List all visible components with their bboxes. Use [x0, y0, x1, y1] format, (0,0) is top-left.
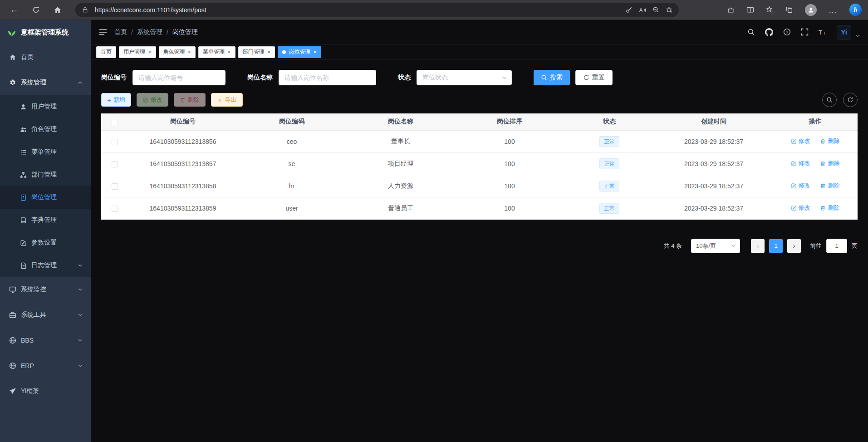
- extensions-puzzle-icon[interactable]: [727, 6, 735, 14]
- post-name-input[interactable]: [279, 70, 376, 85]
- col-post-name: 岗位名称: [346, 113, 455, 130]
- row-edit-link[interactable]: 修改: [791, 159, 810, 167]
- gear-icon: [9, 79, 16, 86]
- zoom-out-icon[interactable]: [652, 6, 659, 13]
- tag-dept-mgmt[interactable]: 部门管理 ×: [238, 46, 275, 58]
- row-delete-link[interactable]: 删除: [820, 137, 839, 145]
- row-edit-link[interactable]: 修改: [791, 137, 810, 145]
- export-button[interactable]: 导出: [211, 93, 243, 107]
- user-avatar-logo[interactable]: Yi: [837, 25, 851, 39]
- breadcrumb-system-mgmt[interactable]: 系统管理: [137, 28, 162, 36]
- tag-user-mgmt[interactable]: 用户管理 ×: [119, 46, 156, 58]
- sidebar-item-log-mgmt[interactable]: 日志管理: [0, 254, 91, 277]
- col-created: 创建时间: [655, 113, 773, 130]
- system-mgmt-submenu: 用户管理 角色管理 菜单管理: [0, 95, 91, 277]
- read-aloud-icon[interactable]: A: [639, 6, 646, 14]
- bing-copilot-icon[interactable]: b: [849, 4, 862, 16]
- page-size-select[interactable]: 10条/页: [691, 239, 740, 253]
- close-icon[interactable]: ×: [188, 49, 191, 55]
- select-all-checkbox[interactable]: [112, 119, 118, 125]
- user-icon: [20, 103, 27, 110]
- chevron-down-icon: [78, 314, 83, 316]
- search-button[interactable]: 搜索: [534, 70, 570, 85]
- tag-role-mgmt[interactable]: 角色管理 ×: [159, 46, 196, 58]
- close-icon[interactable]: ×: [313, 49, 317, 55]
- tag-post-mgmt[interactable]: 岗位管理 ×: [278, 46, 321, 58]
- post-code-input[interactable]: [132, 70, 226, 85]
- row-checkbox[interactable]: [112, 206, 118, 212]
- browser-address-bar[interactable]: https://ccnetcore.com:1101/system/post A: [75, 3, 679, 17]
- sidebar-item-erp[interactable]: ERP: [0, 353, 91, 378]
- toggle-search-button[interactable]: [822, 93, 837, 107]
- browser-profile-avatar[interactable]: [805, 4, 817, 16]
- post-table: 岗位编号 岗位编码 岗位名称 岗位排序 状态 创建时间 操作 164103059…: [101, 113, 858, 220]
- chevron-down-icon: [731, 244, 736, 247]
- app-logo: 意框架管理系统: [0, 20, 91, 44]
- col-post-code: 岗位编码: [237, 113, 346, 130]
- add-favorite-star-icon[interactable]: [666, 6, 672, 13]
- reset-button[interactable]: 重置: [575, 70, 613, 85]
- row-edit-link[interactable]: 修改: [791, 204, 810, 212]
- sidebar-item-system-tools[interactable]: 系统工具: [0, 302, 91, 328]
- page-1-button[interactable]: 1: [769, 239, 783, 253]
- close-icon[interactable]: ×: [227, 49, 231, 55]
- table-header-row: 岗位编号 岗位编码 岗位名称 岗位排序 状态 创建时间 操作: [101, 113, 858, 130]
- add-button[interactable]: + 新增: [101, 93, 131, 107]
- delete-button[interactable]: 删除: [174, 93, 206, 107]
- close-icon[interactable]: ×: [267, 49, 271, 55]
- status-badge: 正常: [599, 203, 619, 214]
- sidebar-item-param-settings[interactable]: 参数设置: [0, 231, 91, 254]
- url-text[interactable]: https://ccnetcore.com:1101/system/post: [95, 6, 619, 14]
- goto-page-input[interactable]: [826, 239, 847, 253]
- favorites-star-icon[interactable]: [766, 6, 774, 14]
- sidebar-item-home[interactable]: 首页: [0, 44, 91, 70]
- close-icon[interactable]: ×: [148, 49, 152, 55]
- site-info-lock-icon[interactable]: [82, 6, 88, 13]
- browser-back-icon[interactable]: ←: [6, 3, 22, 17]
- sidebar-item-system-mgmt[interactable]: 系统管理: [0, 70, 91, 95]
- sidebar-item-bbs[interactable]: BBS: [0, 328, 91, 353]
- leaf-logo-icon: [7, 28, 16, 37]
- password-key-icon[interactable]: [626, 6, 633, 13]
- sidebar-item-dept-mgmt[interactable]: 部门管理: [0, 163, 91, 186]
- edit-button[interactable]: 修改: [137, 93, 168, 107]
- sidebar-item-post-mgmt[interactable]: 岗位管理: [0, 186, 91, 209]
- row-delete-link[interactable]: 删除: [820, 204, 839, 212]
- svg-text:A: A: [639, 7, 643, 13]
- user-menu-caret-icon[interactable]: [856, 34, 860, 37]
- github-icon[interactable]: [765, 28, 773, 36]
- id-badge-icon: [20, 194, 27, 201]
- header-search-icon[interactable]: [747, 28, 755, 36]
- refresh-table-button[interactable]: [843, 93, 858, 107]
- col-actions: 操作: [773, 113, 858, 130]
- status-select[interactable]: 岗位状态: [417, 70, 512, 85]
- pagination: 共 4 条 10条/页 ‹ 1 › 前往 页: [101, 239, 858, 253]
- prev-page-button[interactable]: ‹: [751, 239, 765, 253]
- row-edit-link[interactable]: 修改: [791, 182, 810, 190]
- browser-refresh-icon[interactable]: [28, 3, 44, 17]
- tag-menu-mgmt[interactable]: 菜单管理 ×: [198, 46, 235, 58]
- sidebar-item-dict-mgmt[interactable]: 字典管理: [0, 209, 91, 231]
- tag-home[interactable]: 首页: [96, 46, 116, 58]
- font-size-icon[interactable]: TT: [819, 29, 827, 36]
- breadcrumb-home[interactable]: 首页: [114, 28, 127, 36]
- sidebar-item-yi-framework[interactable]: Yi框架: [0, 378, 91, 404]
- browser-settings-menu-icon[interactable]: …: [829, 8, 838, 12]
- row-checkbox[interactable]: [112, 183, 118, 190]
- collections-icon[interactable]: [785, 6, 793, 14]
- help-icon[interactable]: ?: [783, 28, 791, 36]
- sidebar-item-system-monitor[interactable]: 系统监控: [0, 277, 91, 302]
- browser-home-icon[interactable]: [50, 3, 65, 17]
- split-screen-icon[interactable]: [746, 6, 754, 14]
- sidebar-toggle-icon[interactable]: [99, 29, 107, 36]
- status-badge: 正常: [599, 158, 619, 169]
- row-delete-link[interactable]: 删除: [820, 182, 839, 190]
- sidebar-item-role-mgmt[interactable]: 角色管理: [0, 118, 91, 141]
- next-page-button[interactable]: ›: [787, 239, 801, 253]
- sidebar-item-menu-mgmt[interactable]: 菜单管理: [0, 141, 91, 163]
- row-delete-link[interactable]: 删除: [820, 159, 839, 167]
- row-checkbox[interactable]: [112, 139, 118, 145]
- row-checkbox[interactable]: [112, 161, 118, 167]
- sidebar-item-user-mgmt[interactable]: 用户管理: [0, 95, 91, 118]
- fullscreen-icon[interactable]: [801, 28, 809, 36]
